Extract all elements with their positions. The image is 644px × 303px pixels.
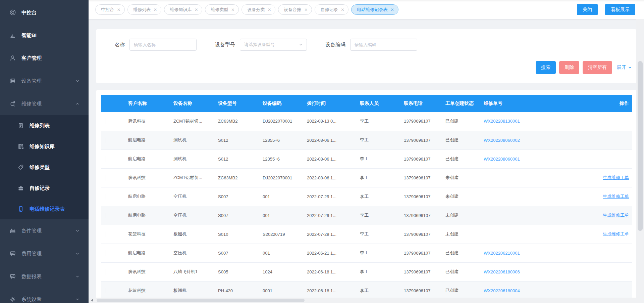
- generate-work-order-link[interactable]: 生成维修工单: [603, 175, 629, 180]
- horizontal-scrollbar-thumb[interactable]: [97, 299, 305, 302]
- column-header-actions: 操作: [560, 95, 632, 112]
- order-number-link[interactable]: WX202206180006: [484, 269, 520, 274]
- customer-cell: 腾讯科技: [121, 112, 167, 131]
- sidebar-item-spare-parts[interactable]: 备件管理: [0, 219, 89, 242]
- clear-all-button[interactable]: 清空所有: [583, 61, 612, 74]
- sidebar-item-phone-repair-records[interactable]: 电话维修记录表: [0, 199, 89, 219]
- close-icon[interactable]: [231, 8, 234, 12]
- order-number-link[interactable]: WX202208060001: [484, 157, 520, 162]
- phone-cell: 13790696107: [397, 281, 439, 300]
- name-input[interactable]: [129, 39, 197, 51]
- tab-device-categories[interactable]: 设备分类: [241, 4, 275, 15]
- tab-knowledge-base[interactable]: 维修知识库: [164, 4, 202, 15]
- name-field-group: 名称: [115, 39, 197, 51]
- contact-cell: 李工: [353, 112, 397, 131]
- sidebar-item-console[interactable]: 中控台: [0, 1, 89, 24]
- close-icon[interactable]: [268, 8, 271, 12]
- sidebar-nav: 中控台 智能BI 客户管理 设备管理: [0, 0, 89, 303]
- model-cell: S007: [211, 244, 256, 262]
- close-icon[interactable]: [304, 8, 308, 12]
- vertical-scrollbar[interactable]: [636, 19, 644, 303]
- order-status-cell: 已创建: [439, 262, 477, 281]
- sidebar-item-customers[interactable]: 客户管理: [0, 47, 89, 70]
- row-checkbox[interactable]: [106, 156, 106, 162]
- close-icon[interactable]: [195, 8, 198, 12]
- search-button[interactable]: 搜索: [536, 61, 556, 74]
- sidebar-item-knowledge-base[interactable]: 维修知识库: [0, 136, 89, 157]
- model-cell: S007: [211, 187, 256, 206]
- row-checkbox[interactable]: [106, 250, 106, 256]
- close-button[interactable]: 关闭: [577, 4, 598, 15]
- tab-device-ledger[interactable]: 设备台账: [278, 4, 312, 15]
- call-time-cell: 2022-08-06 1...: [300, 149, 353, 168]
- expand-toggle[interactable]: 展开: [617, 64, 632, 71]
- device-model-select[interactable]: 请选择设备型号: [240, 39, 307, 51]
- contact-cell: 李工: [353, 206, 397, 225]
- code-cell: 001: [256, 206, 300, 225]
- row-checkbox[interactable]: [106, 269, 106, 275]
- sidebar-item-repair-types[interactable]: 维修类型: [0, 157, 89, 178]
- device-code-input[interactable]: [350, 39, 417, 51]
- name-label: 名称: [115, 42, 125, 48]
- row-checkbox[interactable]: [106, 175, 106, 181]
- bi-chart-icon: [9, 32, 16, 39]
- sidebar-item-settings[interactable]: 系统设置: [0, 288, 89, 303]
- call-time-cell: 2022-07-29 1...: [300, 187, 353, 206]
- model-cell: S012: [211, 131, 256, 149]
- device-model-label: 设备型号: [215, 42, 235, 48]
- phone-cell: 13790696107: [397, 112, 439, 131]
- table-row: 航启电路 空压机 S007 001 2022-07-29 1... 李工 137…: [101, 187, 632, 206]
- delete-button[interactable]: 删除: [559, 61, 579, 74]
- generate-work-order-link[interactable]: 生成维修工单: [603, 213, 629, 218]
- briefcase-icon: [17, 185, 24, 191]
- generate-work-order-link[interactable]: 生成维修工单: [603, 194, 629, 199]
- phone-icon: [17, 206, 24, 212]
- customer-cell: 航启电路: [121, 131, 167, 149]
- sidebar-item-self-repair-records[interactable]: 自修记录: [0, 178, 89, 199]
- kanban-display-button[interactable]: 看板展示: [605, 4, 635, 15]
- sidebar-item-reports[interactable]: 数据报表: [0, 265, 89, 288]
- call-time-cell: 2022-08-06 1...: [300, 168, 353, 187]
- order-status-cell: 已创建: [439, 131, 477, 149]
- close-icon[interactable]: [154, 8, 157, 12]
- close-icon[interactable]: [341, 8, 344, 12]
- tab-repair-types[interactable]: 维修类型: [205, 4, 239, 15]
- sidebar-item-bi[interactable]: 智能BI: [0, 24, 89, 47]
- close-icon[interactable]: [117, 8, 120, 12]
- tab-console[interactable]: 中控台: [95, 4, 125, 15]
- tab-repair-list[interactable]: 维修列表: [127, 4, 161, 15]
- device-cell: 空压机: [167, 206, 211, 225]
- column-header-model: 设备型号: [211, 95, 256, 112]
- row-checkbox[interactable]: [106, 288, 106, 294]
- table-row: 腾讯科技 ZCMT铝材切... ZC63MB2 DJ2022070001 202…: [101, 112, 632, 131]
- horizontal-scrollbar[interactable]: [89, 298, 636, 303]
- order-number-link[interactable]: WX202206210001: [484, 251, 520, 256]
- sidebar-item-label: 备件管理: [21, 228, 42, 234]
- tab-phone-repair-records[interactable]: 电话维修记录表: [351, 4, 398, 15]
- model-cell: S012: [211, 149, 256, 168]
- generate-work-order-link[interactable]: 生成维修工单: [603, 231, 629, 236]
- order-number-link[interactable]: WX202208130001: [484, 119, 520, 124]
- customer-cell: 腾讯科技: [121, 262, 167, 281]
- sidebar-item-costs[interactable]: 费用管理: [0, 242, 89, 265]
- vertical-scrollbar-thumb[interactable]: [638, 61, 643, 231]
- table-row: 航启电路 测试机 S012 12355+6 2022-08-06 1... 李工…: [101, 131, 632, 149]
- close-icon[interactable]: [390, 8, 394, 12]
- order-number-link[interactable]: WX202208060002: [484, 138, 520, 143]
- row-checkbox[interactable]: [106, 231, 106, 237]
- row-checkbox[interactable]: [106, 118, 106, 124]
- device-cell: 空压机: [167, 187, 211, 206]
- phone-repair-records-table: 客户名称 设备名称 设备型号 设备编码 拨打时间 联系人员 联系电话 工单创建状…: [101, 95, 632, 300]
- row-checkbox[interactable]: [106, 194, 106, 200]
- table-row: 航启电路 空压机 S007 001 2022-06-21 1... 李工 137…: [101, 244, 632, 262]
- row-checkbox[interactable]: [106, 137, 106, 143]
- sidebar-item-repair-list[interactable]: 维修列表: [0, 115, 89, 136]
- records-table-panel: 客户名称 设备名称 设备型号 设备编码 拨打时间 联系人员 联系电话 工单创建状…: [96, 90, 636, 303]
- order-number-link[interactable]: WX202206180004: [484, 288, 520, 293]
- sidebar-item-devices[interactable]: 设备管理: [0, 70, 89, 92]
- phone-cell: 13790696107: [397, 206, 439, 225]
- scroll-left-arrow-icon[interactable]: [91, 299, 93, 302]
- tab-self-repair-records[interactable]: 自修记录: [315, 4, 348, 15]
- sidebar-item-repairs[interactable]: 维修管理: [0, 92, 89, 115]
- row-checkbox[interactable]: [106, 213, 106, 218]
